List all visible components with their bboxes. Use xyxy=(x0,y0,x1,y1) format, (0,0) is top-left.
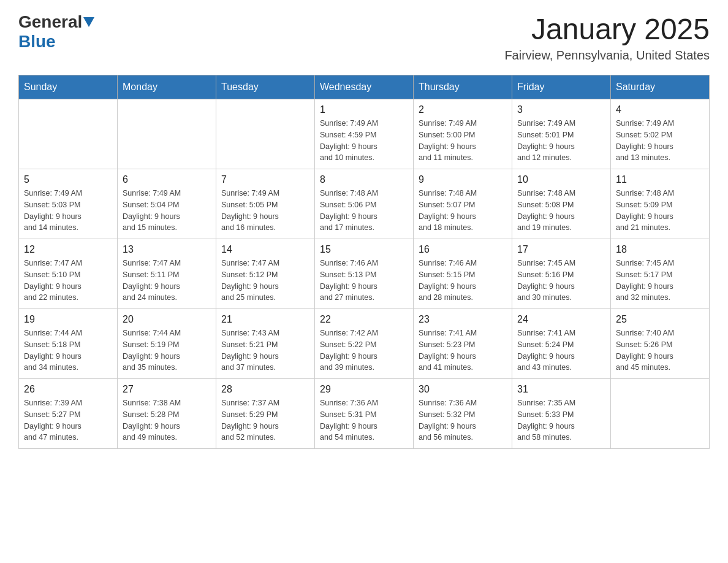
day-info: Sunrise: 7:38 AM Sunset: 5:28 PM Dayligh… xyxy=(123,397,211,443)
calendar-cell xyxy=(611,379,710,449)
calendar-cell: 11Sunrise: 7:48 AM Sunset: 5:09 PM Dayli… xyxy=(611,169,710,239)
day-number: 31 xyxy=(517,384,605,395)
calendar-cell: 3Sunrise: 7:49 AM Sunset: 5:01 PM Daylig… xyxy=(512,99,611,169)
calendar-cell: 10Sunrise: 7:48 AM Sunset: 5:08 PM Dayli… xyxy=(512,169,611,239)
day-number: 14 xyxy=(221,244,309,255)
day-number: 23 xyxy=(419,314,507,325)
day-info: Sunrise: 7:45 AM Sunset: 5:16 PM Dayligh… xyxy=(517,258,605,304)
calendar-cell: 1Sunrise: 7:49 AM Sunset: 4:59 PM Daylig… xyxy=(315,99,414,169)
calendar-cell: 28Sunrise: 7:37 AM Sunset: 5:29 PM Dayli… xyxy=(216,379,315,449)
column-header-tuesday: Tuesday xyxy=(216,75,315,99)
day-number: 16 xyxy=(419,244,507,255)
column-header-thursday: Thursday xyxy=(414,75,512,99)
calendar-subtitle: Fairview, Pennsylvania, United States xyxy=(504,48,710,63)
day-number: 12 xyxy=(24,244,112,255)
day-number: 21 xyxy=(221,314,309,325)
day-info: Sunrise: 7:49 AM Sunset: 5:05 PM Dayligh… xyxy=(221,188,309,234)
day-number: 17 xyxy=(517,244,605,255)
day-info: Sunrise: 7:49 AM Sunset: 5:00 PM Dayligh… xyxy=(419,118,507,164)
calendar-cell: 14Sunrise: 7:47 AM Sunset: 5:12 PM Dayli… xyxy=(216,239,315,309)
day-info: Sunrise: 7:46 AM Sunset: 5:13 PM Dayligh… xyxy=(320,258,408,304)
day-number: 25 xyxy=(616,314,704,325)
day-number: 8 xyxy=(320,174,408,185)
calendar-cell: 4Sunrise: 7:49 AM Sunset: 5:02 PM Daylig… xyxy=(611,99,710,169)
day-number: 22 xyxy=(320,314,408,325)
day-number: 10 xyxy=(517,174,605,185)
day-info: Sunrise: 7:41 AM Sunset: 5:24 PM Dayligh… xyxy=(517,327,605,373)
calendar-cell: 12Sunrise: 7:47 AM Sunset: 5:10 PM Dayli… xyxy=(19,239,118,309)
day-info: Sunrise: 7:36 AM Sunset: 5:32 PM Dayligh… xyxy=(419,397,507,443)
logo-blue: Blue xyxy=(18,32,56,52)
week-row-2: 5Sunrise: 7:49 AM Sunset: 5:03 PM Daylig… xyxy=(19,169,710,239)
day-info: Sunrise: 7:48 AM Sunset: 5:08 PM Dayligh… xyxy=(517,188,605,234)
calendar-cell: 20Sunrise: 7:44 AM Sunset: 5:19 PM Dayli… xyxy=(118,309,216,379)
calendar-cell: 26Sunrise: 7:39 AM Sunset: 5:27 PM Dayli… xyxy=(19,379,118,449)
week-row-5: 26Sunrise: 7:39 AM Sunset: 5:27 PM Dayli… xyxy=(19,379,710,449)
week-row-3: 12Sunrise: 7:47 AM Sunset: 5:10 PM Dayli… xyxy=(19,239,710,309)
calendar-cell: 24Sunrise: 7:41 AM Sunset: 5:24 PM Dayli… xyxy=(512,309,611,379)
day-info: Sunrise: 7:45 AM Sunset: 5:17 PM Dayligh… xyxy=(616,258,704,304)
calendar-cell xyxy=(118,99,216,169)
day-info: Sunrise: 7:37 AM Sunset: 5:29 PM Dayligh… xyxy=(221,397,309,443)
calendar-cell: 31Sunrise: 7:35 AM Sunset: 5:33 PM Dayli… xyxy=(512,379,611,449)
calendar-cell: 7Sunrise: 7:49 AM Sunset: 5:05 PM Daylig… xyxy=(216,169,315,239)
calendar-cell: 23Sunrise: 7:41 AM Sunset: 5:23 PM Dayli… xyxy=(414,309,512,379)
day-info: Sunrise: 7:36 AM Sunset: 5:31 PM Dayligh… xyxy=(320,397,408,443)
logo: General Blue xyxy=(18,12,94,52)
day-info: Sunrise: 7:49 AM Sunset: 5:04 PM Dayligh… xyxy=(123,188,211,234)
svg-marker-0 xyxy=(83,17,94,27)
calendar-header-row: SundayMondayTuesdayWednesdayThursdayFrid… xyxy=(19,75,710,99)
day-number: 15 xyxy=(320,244,408,255)
calendar-cell: 30Sunrise: 7:36 AM Sunset: 5:32 PM Dayli… xyxy=(414,379,512,449)
page-header: General Blue January 2025 Fairview, Penn… xyxy=(18,12,710,63)
day-info: Sunrise: 7:49 AM Sunset: 5:01 PM Dayligh… xyxy=(517,118,605,164)
day-info: Sunrise: 7:49 AM Sunset: 5:02 PM Dayligh… xyxy=(616,118,704,164)
day-info: Sunrise: 7:46 AM Sunset: 5:15 PM Dayligh… xyxy=(419,258,507,304)
day-info: Sunrise: 7:47 AM Sunset: 5:11 PM Dayligh… xyxy=(123,258,211,304)
day-number: 9 xyxy=(419,174,507,185)
day-info: Sunrise: 7:39 AM Sunset: 5:27 PM Dayligh… xyxy=(24,397,112,443)
calendar-cell: 9Sunrise: 7:48 AM Sunset: 5:07 PM Daylig… xyxy=(414,169,512,239)
day-info: Sunrise: 7:49 AM Sunset: 4:59 PM Dayligh… xyxy=(320,118,408,164)
day-number: 5 xyxy=(24,174,112,185)
logo-general: General xyxy=(18,12,82,32)
day-info: Sunrise: 7:41 AM Sunset: 5:23 PM Dayligh… xyxy=(419,327,507,373)
day-number: 6 xyxy=(123,174,211,185)
week-row-1: 1Sunrise: 7:49 AM Sunset: 4:59 PM Daylig… xyxy=(19,99,710,169)
calendar-cell xyxy=(19,99,118,169)
calendar-cell: 2Sunrise: 7:49 AM Sunset: 5:00 PM Daylig… xyxy=(414,99,512,169)
calendar-cell: 5Sunrise: 7:49 AM Sunset: 5:03 PM Daylig… xyxy=(19,169,118,239)
calendar-cell: 25Sunrise: 7:40 AM Sunset: 5:26 PM Dayli… xyxy=(611,309,710,379)
day-info: Sunrise: 7:40 AM Sunset: 5:26 PM Dayligh… xyxy=(616,327,704,373)
day-info: Sunrise: 7:48 AM Sunset: 5:07 PM Dayligh… xyxy=(419,188,507,234)
day-number: 26 xyxy=(24,384,112,395)
column-header-monday: Monday xyxy=(118,75,216,99)
calendar-cell: 27Sunrise: 7:38 AM Sunset: 5:28 PM Dayli… xyxy=(118,379,216,449)
calendar-cell: 19Sunrise: 7:44 AM Sunset: 5:18 PM Dayli… xyxy=(19,309,118,379)
day-number: 13 xyxy=(123,244,211,255)
calendar-cell: 8Sunrise: 7:48 AM Sunset: 5:06 PM Daylig… xyxy=(315,169,414,239)
calendar-cell: 16Sunrise: 7:46 AM Sunset: 5:15 PM Dayli… xyxy=(414,239,512,309)
day-number: 4 xyxy=(616,104,704,115)
calendar-cell: 18Sunrise: 7:45 AM Sunset: 5:17 PM Dayli… xyxy=(611,239,710,309)
title-area: January 2025 Fairview, Pennsylvania, Uni… xyxy=(504,12,710,63)
day-number: 20 xyxy=(123,314,211,325)
day-number: 7 xyxy=(221,174,309,185)
calendar-cell: 6Sunrise: 7:49 AM Sunset: 5:04 PM Daylig… xyxy=(118,169,216,239)
day-info: Sunrise: 7:44 AM Sunset: 5:19 PM Dayligh… xyxy=(123,327,211,373)
day-info: Sunrise: 7:35 AM Sunset: 5:33 PM Dayligh… xyxy=(517,397,605,443)
day-info: Sunrise: 7:43 AM Sunset: 5:21 PM Dayligh… xyxy=(221,327,309,373)
calendar-cell: 22Sunrise: 7:42 AM Sunset: 5:22 PM Dayli… xyxy=(315,309,414,379)
day-number: 28 xyxy=(221,384,309,395)
calendar-cell: 13Sunrise: 7:47 AM Sunset: 5:11 PM Dayli… xyxy=(118,239,216,309)
day-number: 24 xyxy=(517,314,605,325)
day-info: Sunrise: 7:47 AM Sunset: 5:10 PM Dayligh… xyxy=(24,258,112,304)
calendar-cell: 29Sunrise: 7:36 AM Sunset: 5:31 PM Dayli… xyxy=(315,379,414,449)
day-number: 1 xyxy=(320,104,408,115)
logo-arrow-icon xyxy=(83,17,94,29)
column-header-sunday: Sunday xyxy=(19,75,118,99)
calendar-cell: 15Sunrise: 7:46 AM Sunset: 5:13 PM Dayli… xyxy=(315,239,414,309)
day-number: 19 xyxy=(24,314,112,325)
day-info: Sunrise: 7:42 AM Sunset: 5:22 PM Dayligh… xyxy=(320,327,408,373)
column-header-friday: Friday xyxy=(512,75,611,99)
